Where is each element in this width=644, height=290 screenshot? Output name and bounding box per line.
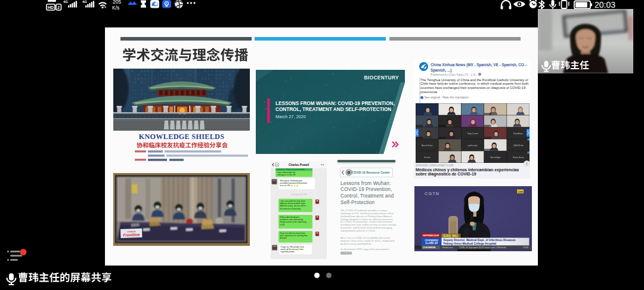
svg-text:CGTN: CGTN	[425, 191, 439, 196]
svg-text:Deputy Director, Medical Dept.: Deputy Director, Medical Dept. of Infect…	[444, 239, 516, 242]
svg-text:Charles Powell: Charles Powell	[289, 163, 309, 166]
svg-text:75: 75	[275, 163, 278, 166]
svg-text:Frontline: Frontline	[123, 232, 140, 237]
svg-text:Marcela Ferres: Marcela Ferres	[422, 144, 433, 147]
svg-text:HD: HD	[48, 5, 54, 10]
svg-text:BIOCENTURY: BIOCENTURY	[364, 75, 399, 81]
svg-text:paulina rojas: paulina rojas	[468, 144, 478, 147]
svg-text:in NY: in NY	[280, 224, 286, 226]
svg-text:Kin Gua: Kin Gua	[424, 156, 431, 159]
svg-text:CONTROL, TREATMENT AND SELF-PR: CONTROL, TREATMENT AND SELF-PROTECTION	[275, 107, 391, 112]
svg-text:4G: 4G	[63, 0, 68, 4]
svg-text:Diego Cournet: Diego Cournet	[467, 132, 478, 135]
svg-text:disease: disease	[280, 237, 287, 239]
svg-text:nfirmed cases: nfirmed cases	[442, 246, 453, 249]
svg-text:QIAOLIN mln: QIAOLIN mln	[513, 144, 524, 147]
svg-text:HAPPENING NOW: HAPPENING NOW	[423, 235, 439, 237]
svg-text:Katia Abarca: Katia Abarca	[513, 132, 523, 135]
svg-text:LESSONS FROM WUHAN: COVID-19 P: LESSONS FROM WUHAN: COVID-19 PREVENTION,	[275, 101, 395, 106]
svg-text:LIVE: LIVE	[518, 190, 523, 193]
svg-text:Ramon Garcia: Ramon Garcia	[513, 156, 524, 159]
svg-text:20:03: 20:03	[595, 0, 615, 10]
svg-text:2: 2	[57, 5, 60, 10]
svg-text:CAO WEI: CAO WEI	[444, 234, 459, 237]
svg-text:colleagues in the US: colleagues in the US	[277, 174, 296, 176]
svg-text:COVID: 19. Italy reports 24,74: COVID: 19. Italy reports 24,747 cases in…	[459, 246, 507, 249]
svg-text:C●VID-19: C●VID-19	[425, 242, 438, 245]
svg-text:COVID: COVID	[523, 246, 529, 249]
svg-text:hopefully better.: hopefully better.	[281, 251, 295, 253]
svg-text:K/s: K/s	[112, 5, 119, 11]
svg-text:4: 4	[104, 5, 106, 9]
svg-text:CONTAINING: CONTAINING	[425, 239, 438, 242]
svg-text:Marcelo Agos: Marcelo Agos	[491, 156, 501, 159]
svg-text:Peking Union Medical College H: Peking Union Medical College Hospital	[444, 242, 497, 245]
svg-text:4G: 4G	[82, 0, 87, 4]
svg-text:12:08 NAIROBI: 12:08 NAIROBI	[423, 246, 435, 249]
svg-text:Yesterday 10:02 PM: Yesterday 10:02 PM	[291, 193, 307, 196]
svg-text:205: 205	[113, 0, 121, 5]
svg-text:March 27, 2020: March 27, 2020	[275, 114, 306, 119]
svg-text:then: then	[300, 248, 304, 251]
svg-text:to us in US.: to us in US.	[280, 184, 291, 187]
svg-text:the process of learning.: the process of learning.	[280, 208, 301, 210]
